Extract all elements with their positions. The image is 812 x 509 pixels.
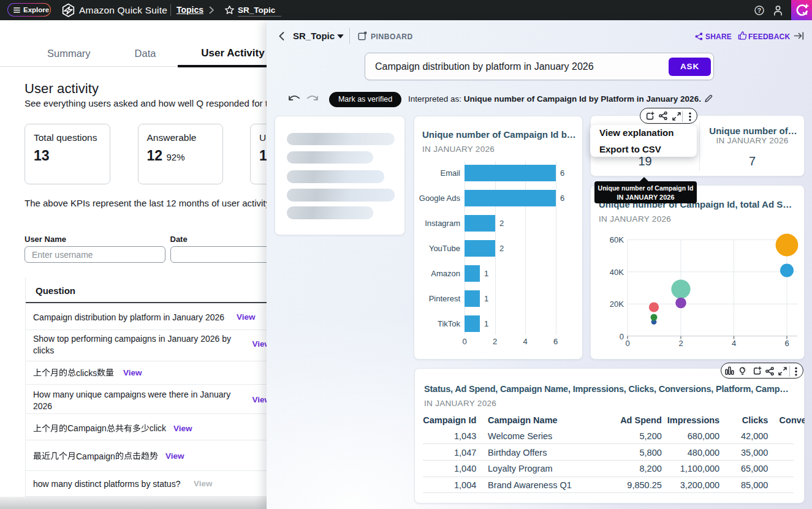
- svg-text:?: ?: [757, 7, 761, 14]
